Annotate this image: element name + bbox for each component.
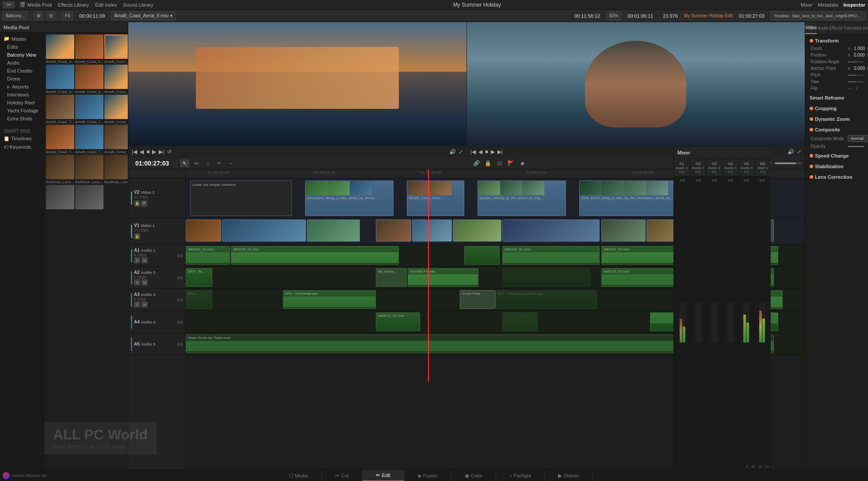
video-clip-v1-4[interactable]: [376, 219, 411, 242]
sidebar-item-drone[interactable]: Drone: [0, 75, 44, 83]
list-item[interactable]: Amalfi_Coast_A...: [75, 65, 103, 94]
v2-lock-btn[interactable]: 🔒: [134, 200, 140, 207]
video-clip-v1-8[interactable]: [601, 219, 646, 242]
source-fullscreen-icon[interactable]: ⤢: [459, 149, 463, 155]
sidebar-item-timelines[interactable]: 📋 Timelines: [0, 135, 44, 143]
source-transport-stop[interactable]: ■: [146, 149, 149, 155]
program-audio-icon[interactable]: 🔊: [788, 149, 794, 155]
resolution-display[interactable]: 83%: [606, 12, 621, 20]
tab-media-pool[interactable]: 🎬 Media Pool: [19, 2, 52, 8]
list-item[interactable]: Amalfi_Coast_A...: [75, 35, 103, 64]
zoom-fit-btn[interactable]: Fit: [62, 12, 73, 20]
tab-sound-library[interactable]: Sound Library: [123, 2, 153, 8]
list-item[interactable]: Amalfi_Coast_A...: [104, 65, 128, 94]
sidebar-item-end-credits[interactable]: End Credits: [0, 67, 44, 75]
program-transport-prev[interactable]: ◀: [478, 149, 482, 155]
a2-mute-btn[interactable]: M: [141, 279, 148, 285]
list-item[interactable]: RedRock_Land...: [104, 155, 128, 184]
tab-video[interactable]: Video: [805, 22, 817, 34]
timeline-file-btn[interactable]: Timeline - lake_next_to_mo...lack_Artgri…: [771, 12, 865, 20]
tab-transition[interactable]: Transition: [843, 22, 863, 34]
tab-mixer[interactable]: Mixer: [801, 2, 813, 8]
sidebar-item-extra-shots[interactable]: Extra Shots: [0, 115, 44, 123]
source-audio-icon[interactable]: 🔊: [449, 149, 456, 155]
audio-clip-a1-4[interactable]: AB0102_01.mov: [502, 246, 600, 265]
a1-solo-btn[interactable]: S: [134, 257, 140, 263]
list-item[interactable]: RedRock_Land...: [75, 155, 103, 184]
audio-clip-a3-2[interactable]: SFX - Distant prop plane.wav: [495, 290, 597, 309]
video-clip-v1-1[interactable]: [186, 219, 221, 242]
audio-clip-a4-1[interactable]: AA0113_01.mov: [376, 312, 420, 331]
flip-v-btn[interactable]: ↕: [856, 86, 858, 91]
nav-cut[interactable]: ✂ Cut: [322, 470, 363, 481]
nav-edit[interactable]: ✏ Edit: [363, 470, 404, 481]
transform-header[interactable]: Transform ▲: [807, 36, 868, 45]
composite-mode-select[interactable]: Normal: [848, 135, 868, 142]
stabilization-header[interactable]: Stabilization ▶: [807, 162, 868, 171]
list-item[interactable]: Amalfi_Coast_T...: [104, 95, 128, 124]
grid-view-btn[interactable]: ⊞: [34, 12, 43, 20]
audio-clip-a2-3[interactable]: SOUND FX.wav: [408, 268, 478, 287]
sidebar-item-balcony-view[interactable]: Balcony View: [0, 51, 44, 59]
program-transport-next[interactable]: ▶|: [497, 149, 503, 155]
slip-tool-btn[interactable]: ↔: [226, 159, 236, 167]
video-clip-v1-7[interactable]: Amalfi_Coast_Aerial_8.mov: [502, 219, 600, 242]
nav-fusion[interactable]: ◈ Fusion: [404, 470, 451, 481]
blade-tool-btn[interactable]: ✂: [214, 159, 224, 167]
smart-reframe-header[interactable]: Smart Reframe ▶: [807, 93, 868, 102]
snap-btn[interactable]: ⊡: [495, 159, 505, 167]
marker-btn[interactable]: ◆: [518, 159, 528, 167]
dynamic-trim-btn[interactable]: ↕: [203, 159, 213, 167]
sidebar-item-audio[interactable]: Audio: [0, 59, 44, 67]
trim-tool-btn[interactable]: ⇔: [191, 159, 201, 167]
tab-edit-index[interactable]: Edit Index: [95, 2, 117, 8]
v1-lock-btn[interactable]: 🔒: [134, 233, 140, 239]
list-item[interactable]: Amalfi_Coast_T...: [46, 125, 74, 154]
lens-correction-header[interactable]: Lens Correction ▶: [807, 173, 868, 181]
audio-clip-a3-crossfade[interactable]: Cross Fade: [460, 290, 495, 309]
tab-effects[interactable]: Effects: [829, 22, 843, 34]
audio-clip-a1-3[interactable]: [464, 246, 500, 265]
list-item[interactable]: Amalfi_Coast_T...: [75, 95, 103, 124]
list-item[interactable]: Amalfi_Coast_A...: [104, 35, 128, 64]
link-btn[interactable]: 🔗: [472, 159, 482, 167]
opacity-slider[interactable]: [848, 146, 864, 147]
volume-slider[interactable]: [775, 162, 801, 164]
bin-name-btn[interactable]: Balcony...: [3, 12, 28, 20]
video-clip-mountains[interactable]: mountains_along_a_lake_aerial_by_Roma...: [305, 181, 394, 216]
composite-header[interactable]: Composite ▶: [807, 125, 868, 134]
a3-mute-btn[interactable]: M: [141, 301, 148, 308]
sidebar-item-airports[interactable]: ▶ Airports: [0, 83, 44, 91]
audio-clip-a2-4[interactable]: [502, 268, 591, 287]
video-clip-people-running[interactable]: people_running_at_the_beach_in_brig...: [478, 181, 566, 216]
dynamic-zoom-header[interactable]: Dynamic Zoom ▶: [807, 115, 868, 123]
audio-clip-a1-2[interactable]: AB0102_01.mov: [231, 246, 399, 265]
a2-solo-btn[interactable]: S: [134, 279, 140, 285]
list-item[interactable]: [46, 185, 74, 210]
cropping-header[interactable]: Cropping ▶: [807, 104, 868, 113]
a1-mute-btn[interactable]: M: [141, 257, 148, 263]
nav-media[interactable]: ⬡ Media: [275, 470, 322, 481]
video-clip-v1-2[interactable]: lake_next_to_mountains_and_trees_aerial_…: [222, 219, 306, 242]
tab-inspector[interactable]: Inspector: [843, 2, 865, 8]
clip-dropdown-icon[interactable]: ▾: [170, 13, 172, 18]
list-item[interactable]: Amalfi_Coast_T...: [75, 125, 103, 154]
program-transport-stop[interactable]: ■: [485, 149, 488, 155]
flip-h-btn[interactable]: ↔: [848, 86, 852, 91]
tab-metadata[interactable]: Metadata: [818, 2, 838, 8]
list-item[interactable]: Amalfi_Coast_T...: [46, 95, 74, 124]
audio-clip-a2-2[interactable]: Ab_Noise...: [376, 268, 407, 287]
sidebar-item-edits[interactable]: Edits: [0, 43, 44, 51]
source-transport-play[interactable]: ▶: [152, 149, 156, 155]
v2-eye-btn[interactable]: 👁: [141, 200, 147, 207]
select-tool-btn[interactable]: ↖: [180, 159, 190, 167]
rotation-slider[interactable]: [848, 62, 864, 62]
sidebar-item-master[interactable]: 📁 Master: [0, 35, 44, 43]
list-item[interactable]: RedRock_Land...: [46, 155, 74, 184]
audio-clip-a3-1[interactable]: SFX - Overhead.wav: [283, 290, 376, 309]
program-fullscreen-icon[interactable]: ⤢: [797, 149, 801, 155]
speed-change-header[interactable]: Speed Change ▶: [807, 151, 868, 160]
nav-fairlight[interactable]: ♪ Fairlight: [496, 470, 545, 481]
sidebar-item-interviews[interactable]: Interviews: [0, 91, 44, 99]
tab-image[interactable]: Image: [863, 22, 868, 34]
